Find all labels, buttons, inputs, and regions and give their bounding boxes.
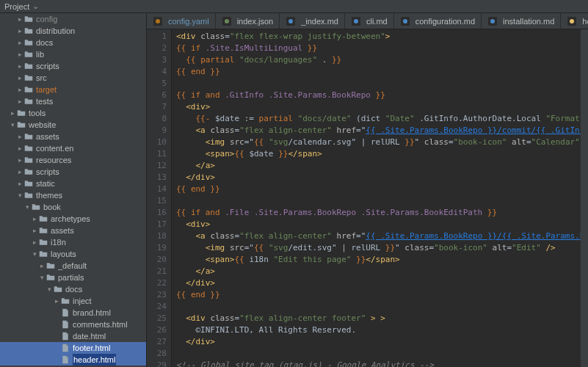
code-line[interactable]: <span>{{ $date }}</span> xyxy=(176,148,581,160)
line-number[interactable]: 22 xyxy=(147,277,167,289)
code-line[interactable]: <a class="flex align-center" href="{{ .S… xyxy=(176,125,581,137)
line-number[interactable]: 16 xyxy=(147,207,167,219)
line-number[interactable]: 6 xyxy=(147,90,167,101)
tree-dir[interactable]: ▸i18n xyxy=(0,236,146,248)
twisty-icon[interactable]: ▸ xyxy=(16,178,23,189)
tree-dir[interactable]: ▸static xyxy=(0,178,146,189)
twisty-icon[interactable]: ▾ xyxy=(38,272,46,283)
editor-tab[interactable]: index.json xyxy=(216,13,280,29)
tree-file[interactable]: header.html xyxy=(0,354,146,366)
twisty-icon[interactable]: ▸ xyxy=(16,142,23,154)
twisty-icon[interactable]: ▾ xyxy=(23,201,31,213)
twisty-icon[interactable]: ▸ xyxy=(31,213,38,225)
line-number[interactable]: 2 xyxy=(147,43,167,54)
code-line[interactable]: {{ if and .GitInfo .Site.Params.BookRepo… xyxy=(176,90,581,101)
project-toolwindow-header[interactable]: Project ⌄ xyxy=(0,0,588,13)
tree-file[interactable]: brand.html xyxy=(0,307,146,319)
twisty-icon[interactable]: ▸ xyxy=(16,154,23,166)
twisty-icon[interactable]: ▸ xyxy=(16,84,23,95)
line-number[interactable]: 17 xyxy=(147,219,167,230)
line-number[interactable]: 11 xyxy=(147,148,167,160)
tree-dir[interactable]: ▾themes xyxy=(0,189,146,201)
code-line[interactable]: ©INFINI.LTD, All Rights Reserved. xyxy=(176,324,581,336)
tree-dir[interactable]: ▸tests xyxy=(0,95,146,107)
twisty-icon[interactable]: ▸ xyxy=(16,60,23,72)
line-number[interactable]: 18 xyxy=(147,230,167,242)
tree-dir[interactable]: ▸config xyxy=(0,13,146,25)
code-line[interactable] xyxy=(176,348,581,360)
twisty-icon[interactable]: ▸ xyxy=(16,48,23,60)
code-line[interactable]: </a> xyxy=(176,160,581,172)
tree-dir[interactable]: ▾layouts xyxy=(0,248,146,260)
tree-dir[interactable]: ▸distribution xyxy=(0,25,146,37)
twisty-icon[interactable]: ▸ xyxy=(38,260,46,272)
line-number[interactable]: 29 xyxy=(147,360,167,367)
twisty-icon[interactable]: ▸ xyxy=(16,72,23,84)
tree-dir[interactable]: ▸scripts xyxy=(0,60,146,72)
twisty-icon[interactable]: ▸ xyxy=(16,131,23,142)
twisty-icon[interactable]: ▸ xyxy=(53,295,60,307)
tree-dir[interactable]: ▸assets xyxy=(0,131,146,142)
line-number[interactable]: 9 xyxy=(147,125,167,137)
twisty-icon[interactable]: ▾ xyxy=(9,119,16,131)
line-number[interactable]: 28 xyxy=(147,348,167,360)
tree-dir[interactable]: ▸tools xyxy=(0,107,146,119)
twisty-icon[interactable]: ▾ xyxy=(46,283,53,295)
code-line[interactable]: {{ end }} xyxy=(176,184,581,195)
code-line[interactable]: </div> xyxy=(176,336,581,348)
editor-tab[interactable]: configuration.md xyxy=(394,13,482,29)
code-line[interactable]: {{ end }} xyxy=(176,289,581,301)
twisty-icon[interactable]: ▸ xyxy=(16,166,23,178)
line-number[interactable]: 21 xyxy=(147,266,167,277)
editor-tab[interactable]: header.html xyxy=(561,13,588,29)
line-number[interactable]: 1 xyxy=(147,31,167,43)
code-line[interactable] xyxy=(176,195,581,207)
editor-tab[interactable]: cli.md xyxy=(345,13,394,29)
code-line[interactable]: <div class="flex align-center footer" > … xyxy=(176,313,581,324)
tree-dir[interactable]: ▸assets xyxy=(0,225,146,236)
code-line[interactable] xyxy=(176,301,581,313)
code-line[interactable]: <!-- Global site tag (gtag.js) - Google … xyxy=(176,360,581,367)
line-number[interactable]: 24 xyxy=(147,301,167,313)
twisty-icon[interactable]: ▾ xyxy=(16,189,23,201)
code-text[interactable]: <div class="flex flex-wrap justify-betwe… xyxy=(172,29,581,367)
tree-dir[interactable]: ▸archetypes xyxy=(0,213,146,225)
code-line[interactable]: </div> xyxy=(176,277,581,289)
line-number[interactable]: 25 xyxy=(147,313,167,324)
code-line[interactable] xyxy=(176,78,581,90)
code-editor[interactable]: 1234567891011121314151617181920212223242… xyxy=(147,29,588,367)
twisty-icon[interactable]: ▸ xyxy=(16,25,23,37)
line-number[interactable]: 23 xyxy=(147,289,167,301)
line-number[interactable]: 4 xyxy=(147,66,167,78)
tree-file[interactable]: comments.html xyxy=(0,319,146,330)
tree-dir[interactable]: ▸inject xyxy=(0,295,146,307)
twisty-icon[interactable]: ▸ xyxy=(31,236,38,248)
line-number[interactable]: 8 xyxy=(147,113,167,125)
twisty-icon[interactable]: ▾ xyxy=(31,248,38,260)
tree-dir[interactable]: ▸docs xyxy=(0,37,146,48)
code-line[interactable]: </div> xyxy=(176,172,581,184)
code-line[interactable]: <span>{{ i18n "Edit this page" }}</span> xyxy=(176,254,581,266)
code-line[interactable]: <img src="{{ "svg/edit.svg" | relURL }}"… xyxy=(176,242,581,254)
line-number[interactable]: 20 xyxy=(147,254,167,266)
twisty-icon[interactable]: ▸ xyxy=(31,225,38,236)
editor-tab[interactable]: config.yaml xyxy=(147,13,216,29)
editor-tab[interactable]: _index.md xyxy=(280,13,345,29)
tree-dir[interactable]: ▸content.en xyxy=(0,142,146,154)
line-number[interactable]: 26 xyxy=(147,324,167,336)
project-tree[interactable]: ▸config▸distribution▸docs▸lib▸scripts▸sr… xyxy=(0,13,147,367)
code-line[interactable]: {{- $date := partial "docs/date" (dict "… xyxy=(176,113,581,125)
twisty-icon[interactable]: ▸ xyxy=(16,13,23,25)
twisty-icon[interactable]: ▸ xyxy=(16,95,23,107)
line-number[interactable]: 10 xyxy=(147,137,167,148)
line-number[interactable]: 27 xyxy=(147,336,167,348)
tree-dir[interactable]: ▸_default xyxy=(0,260,146,272)
tree-dir[interactable]: ▾docs xyxy=(0,283,146,295)
code-line[interactable]: <div class="flex flex-wrap justify-betwe… xyxy=(176,31,581,43)
line-number[interactable]: 13 xyxy=(147,172,167,184)
code-line[interactable]: <a class="flex align-center" href="{{ .S… xyxy=(176,230,581,242)
code-line[interactable]: <div> xyxy=(176,219,581,230)
tree-dir[interactable]: ▸target xyxy=(0,84,146,95)
code-line[interactable]: </a> xyxy=(176,266,581,277)
code-line[interactable]: {{ partial "docs/languages" . }} xyxy=(176,54,581,66)
